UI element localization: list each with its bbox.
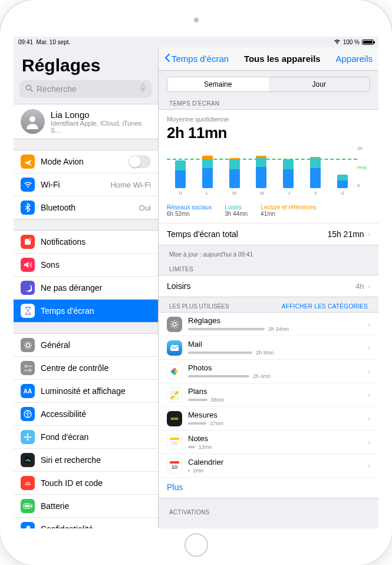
app-row[interactable]: Mail2h 9mn› <box>159 336 378 360</box>
app-icon <box>167 364 182 379</box>
app-icon <box>167 435 182 450</box>
sidebar-item-siri-et-recherche[interactable]: Siri et recherche <box>14 449 158 472</box>
svg-point-27 <box>171 370 174 373</box>
page-title: Tous les appareils <box>229 54 335 64</box>
chevron-right-icon: › <box>368 343 370 352</box>
app-name: Mail <box>188 340 358 349</box>
segmented-control[interactable]: Semaine Jour <box>167 77 370 92</box>
limit-name: Loisirs <box>167 281 190 291</box>
chart-bar <box>310 157 321 188</box>
devices-button[interactable]: Appareils <box>335 54 373 64</box>
group-general: GénéralCentre de contrôleAALuminosité et… <box>14 333 158 528</box>
moon-icon <box>21 281 35 295</box>
hourglass-icon <box>21 304 35 318</box>
apple-id-row[interactable]: Lia Longo Identifiant Apple, iCloud, iTu… <box>14 104 158 139</box>
battery-icon <box>362 40 374 45</box>
svg-rect-2 <box>142 84 144 89</box>
sidebar-item-fond-d-cran[interactable]: Fond d'écran <box>14 426 158 449</box>
bell-icon <box>21 235 35 249</box>
more-button[interactable]: Plus <box>159 478 378 498</box>
sidebar-item-bluetooth[interactable]: BluetoothOui <box>14 196 158 219</box>
day-label: M <box>232 190 236 196</box>
segment-week[interactable]: Semaine <box>167 77 269 91</box>
sidebar-item-value: Oui <box>139 203 151 212</box>
sidebar-item-label: Bluetooth <box>41 203 75 212</box>
app-time: 2mn <box>193 468 204 474</box>
app-row[interactable]: 10Calendrier2mn› <box>159 454 378 478</box>
sidebar-item-label: Siri et recherche <box>41 455 101 465</box>
front-camera <box>194 18 199 22</box>
day-label: V <box>314 190 317 196</box>
app-row[interactable]: Plans38mn› <box>159 383 378 407</box>
chevron-right-icon: › <box>368 282 370 291</box>
svg-point-7 <box>25 365 27 367</box>
app-row[interactable]: Photos2h 4mn› <box>159 360 378 383</box>
sidebar-item-batterie[interactable]: Batterie <box>14 495 158 518</box>
sidebar-item-value: Home Wi-Fi <box>110 180 151 189</box>
toggle[interactable] <box>129 155 151 168</box>
navbar: Temps d'écran Tous les appareils Apparei… <box>159 47 378 71</box>
total-row[interactable]: Temps d'écran total 15h 21mn › <box>159 223 378 245</box>
search-input[interactable]: Recherche <box>19 80 152 98</box>
svg-rect-23 <box>170 345 179 351</box>
sidebar-item-g-n-ral[interactable]: Général <box>14 334 158 357</box>
svg-rect-31 <box>170 461 179 464</box>
profile-subtitle: Identifiant Apple, iCloud, iTunes S… <box>51 120 151 134</box>
sidebar-item-sons[interactable]: Sons <box>14 254 158 277</box>
svg-rect-21 <box>25 505 29 507</box>
sidebar-item-label: Ne pas déranger <box>41 283 102 293</box>
battery-percent: 100 % <box>343 39 360 45</box>
profile-name: Lia Longo <box>51 110 151 120</box>
app-icon <box>167 387 182 403</box>
chevron-right-icon: › <box>368 438 370 446</box>
sidebar-item-label: Centre de contrôle <box>41 363 108 373</box>
legend-reading: Lecture et références <box>261 204 317 211</box>
limit-row[interactable]: Loisirs 4h › <box>159 275 378 297</box>
status-time: 09:41 <box>18 39 33 45</box>
svg-point-3 <box>29 116 35 122</box>
dictate-icon[interactable] <box>140 84 146 94</box>
sidebar-item-temps-d-cran[interactable]: Temps d'écran <box>14 300 158 322</box>
switches-icon <box>21 361 35 375</box>
weekly-chart: 3h moy. 0 <box>167 146 370 188</box>
sidebar-title: Réglages <box>14 47 158 80</box>
show-categories-button[interactable]: AFFICHER LES CATÉGORIES <box>282 303 368 310</box>
sidebar-item-centre-de-contr-le[interactable]: Centre de contrôle <box>14 357 158 380</box>
limit-value: 4h <box>355 282 364 291</box>
usage-bar <box>188 375 249 377</box>
chevron-left-icon <box>164 53 170 64</box>
app-row[interactable]: Notes13mn› <box>159 431 378 454</box>
chevron-right-icon: › <box>368 229 370 239</box>
day-label: J <box>288 190 290 196</box>
back-button[interactable]: Temps d'écran <box>164 53 229 64</box>
sidebar-item-wi-fi[interactable]: Wi-FiHome Wi-Fi <box>14 173 158 196</box>
app-row[interactable]: Mesures37mn› <box>159 407 378 431</box>
touch-icon <box>21 476 35 490</box>
sidebar-item-ne-pas-d-ranger[interactable]: Ne pas déranger <box>14 277 158 300</box>
search-placeholder: Recherche <box>37 84 77 94</box>
sidebar-item-confidentialit-[interactable]: Confidentialité <box>14 518 158 528</box>
day-label: L <box>206 190 208 196</box>
group-connectivity: Mode AvionWi-FiHome Wi-FiBluetoothOui <box>14 150 158 219</box>
sidebar-item-accessibilit-[interactable]: Accessibilité <box>14 403 158 426</box>
sidebar-item-label: Accessibilité <box>41 409 86 419</box>
settings-sidebar: Réglages Recherche Lia Longo <box>14 47 159 528</box>
sidebar-item-touch-id-et-code[interactable]: Touch ID et code <box>14 472 158 495</box>
sidebar-item-notifications[interactable]: Notifications <box>14 231 158 254</box>
svg-point-15 <box>27 439 29 441</box>
sidebar-item-luminosit-et-affichage[interactable]: AALuminosité et affichage <box>14 380 158 403</box>
legend-games-value: 3h 44mn <box>225 211 248 217</box>
svg-text:10: 10 <box>172 464 177 470</box>
bluetooth-icon <box>21 201 35 215</box>
app-name: Réglages <box>188 316 358 325</box>
search-icon <box>25 84 33 94</box>
y-avg: moy. <box>357 165 367 170</box>
segment-day[interactable]: Jour <box>269 77 370 91</box>
app-row[interactable]: Réglages2h 34mn› <box>159 313 378 336</box>
section-screen-time: TEMPS D'ÉCRAN <box>159 98 378 109</box>
app-name: Notes <box>188 434 358 443</box>
app-icon: 10 <box>167 458 182 474</box>
home-button[interactable] <box>185 533 208 557</box>
average-label: Moyenne quotidienne <box>167 116 370 123</box>
sidebar-item-mode-avion[interactable]: Mode Avion <box>14 150 158 173</box>
